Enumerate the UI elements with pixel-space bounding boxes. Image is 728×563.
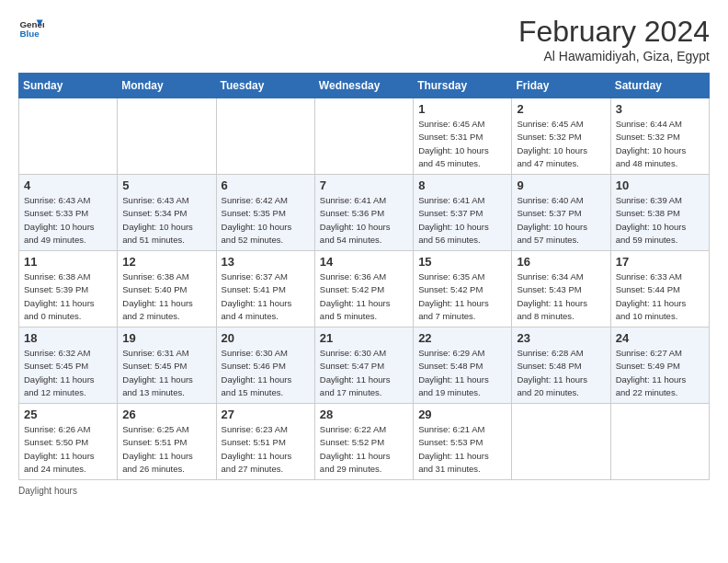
calendar-cell: 23Sunrise: 6:28 AM Sunset: 5:48 PM Dayli… (512, 327, 610, 404)
day-info: Sunrise: 6:27 AM Sunset: 5:49 PM Dayligh… (616, 347, 704, 399)
page: General Blue February 2024 Al Hawamidiya… (0, 0, 728, 505)
calendar-cell: 5Sunrise: 6:43 AM Sunset: 5:34 PM Daylig… (118, 175, 216, 251)
day-number: 24 (616, 331, 704, 345)
day-number: 6 (222, 178, 310, 192)
calendar-week-row: 4Sunrise: 6:43 AM Sunset: 5:33 PM Daylig… (19, 175, 710, 251)
calendar-cell: 26Sunrise: 6:25 AM Sunset: 5:51 PM Dayli… (118, 404, 216, 480)
day-info: Sunrise: 6:44 AM Sunset: 5:32 PM Dayligh… (616, 118, 704, 170)
day-info: Sunrise: 6:41 AM Sunset: 5:37 PM Dayligh… (418, 194, 506, 247)
day-info: Sunrise: 6:38 AM Sunset: 5:39 PM Dayligh… (24, 270, 112, 323)
day-number: 12 (122, 255, 210, 269)
day-info: Sunrise: 6:22 AM Sunset: 5:52 PM Dayligh… (320, 423, 408, 476)
location: Al Hawamidiyah, Giza, Egypt (518, 49, 710, 63)
day-number: 22 (418, 331, 506, 345)
calendar-cell: 29Sunrise: 6:21 AM Sunset: 5:53 PM Dayli… (414, 404, 512, 480)
weekday-header: Sunday (19, 74, 118, 98)
day-number: 10 (616, 178, 704, 192)
day-number: 28 (320, 408, 408, 421)
calendar-cell: 27Sunrise: 6:23 AM Sunset: 5:51 PM Dayli… (216, 404, 314, 480)
day-info: Sunrise: 6:30 AM Sunset: 5:46 PM Dayligh… (222, 347, 310, 399)
calendar-cell: 25Sunrise: 6:26 AM Sunset: 5:50 PM Dayli… (19, 404, 118, 480)
day-number: 19 (122, 331, 210, 345)
calendar-cell: 2Sunrise: 6:45 AM Sunset: 5:32 PM Daylig… (512, 98, 610, 175)
day-info: Sunrise: 6:32 AM Sunset: 5:45 PM Dayligh… (24, 347, 112, 399)
day-info: Sunrise: 6:37 AM Sunset: 5:41 PM Dayligh… (222, 270, 310, 323)
title-block: February 2024 Al Hawamidiyah, Giza, Egyp… (518, 15, 710, 63)
calendar-cell (314, 98, 413, 175)
calendar-cell: 19Sunrise: 6:31 AM Sunset: 5:45 PM Dayli… (118, 327, 216, 404)
calendar-cell: 20Sunrise: 6:30 AM Sunset: 5:46 PM Dayli… (216, 327, 314, 404)
calendar-cell: 13Sunrise: 6:37 AM Sunset: 5:41 PM Dayli… (216, 251, 314, 327)
calendar-week-row: 25Sunrise: 6:26 AM Sunset: 5:50 PM Dayli… (19, 404, 710, 480)
calendar-cell: 4Sunrise: 6:43 AM Sunset: 5:33 PM Daylig… (19, 175, 118, 251)
day-info: Sunrise: 6:40 AM Sunset: 5:37 PM Dayligh… (517, 194, 605, 247)
day-info: Sunrise: 6:21 AM Sunset: 5:53 PM Dayligh… (418, 423, 506, 476)
day-number: 5 (122, 178, 210, 192)
header: General Blue February 2024 Al Hawamidiya… (18, 15, 710, 63)
weekday-header: Tuesday (216, 74, 314, 98)
calendar-cell: 21Sunrise: 6:30 AM Sunset: 5:47 PM Dayli… (314, 327, 413, 404)
logo: General Blue (18, 15, 44, 40)
calendar-cell: 15Sunrise: 6:35 AM Sunset: 5:42 PM Dayli… (414, 251, 512, 327)
day-info: Sunrise: 6:38 AM Sunset: 5:40 PM Dayligh… (122, 270, 210, 323)
calendar-table: SundayMondayTuesdayWednesdayThursdayFrid… (18, 73, 710, 480)
calendar-cell: 3Sunrise: 6:44 AM Sunset: 5:32 PM Daylig… (610, 98, 709, 175)
day-info: Sunrise: 6:33 AM Sunset: 5:44 PM Dayligh… (616, 270, 704, 323)
day-number: 20 (222, 331, 310, 345)
calendar-cell: 1Sunrise: 6:45 AM Sunset: 5:31 PM Daylig… (414, 98, 512, 175)
day-info: Sunrise: 6:29 AM Sunset: 5:48 PM Dayligh… (418, 347, 506, 399)
svg-text:Blue: Blue (19, 29, 40, 39)
calendar-cell (216, 98, 314, 175)
day-number: 1 (418, 102, 506, 116)
calendar-cell: 8Sunrise: 6:41 AM Sunset: 5:37 PM Daylig… (414, 175, 512, 251)
calendar-cell: 7Sunrise: 6:41 AM Sunset: 5:36 PM Daylig… (314, 175, 413, 251)
day-info: Sunrise: 6:45 AM Sunset: 5:32 PM Dayligh… (517, 118, 605, 170)
footer-note: Daylight hours (18, 486, 710, 496)
day-number: 4 (24, 178, 112, 192)
day-number: 18 (24, 331, 112, 345)
day-number: 8 (418, 178, 506, 192)
day-info: Sunrise: 6:31 AM Sunset: 5:45 PM Dayligh… (122, 347, 210, 399)
calendar-cell: 12Sunrise: 6:38 AM Sunset: 5:40 PM Dayli… (118, 251, 216, 327)
day-info: Sunrise: 6:34 AM Sunset: 5:43 PM Dayligh… (517, 270, 605, 323)
calendar-cell (19, 98, 118, 175)
day-info: Sunrise: 6:42 AM Sunset: 5:35 PM Dayligh… (222, 194, 310, 247)
calendar-cell: 10Sunrise: 6:39 AM Sunset: 5:38 PM Dayli… (610, 175, 709, 251)
weekday-header: Thursday (414, 74, 512, 98)
calendar-cell: 18Sunrise: 6:32 AM Sunset: 5:45 PM Dayli… (19, 327, 118, 404)
day-number: 7 (320, 178, 408, 192)
calendar-cell: 11Sunrise: 6:38 AM Sunset: 5:39 PM Dayli… (19, 251, 118, 327)
header-row: SundayMondayTuesdayWednesdayThursdayFrid… (19, 74, 710, 98)
calendar-cell (610, 404, 709, 480)
month-title: February 2024 (518, 15, 710, 49)
day-info: Sunrise: 6:39 AM Sunset: 5:38 PM Dayligh… (616, 194, 704, 247)
day-number: 13 (222, 255, 310, 269)
day-number: 3 (616, 102, 704, 116)
day-info: Sunrise: 6:30 AM Sunset: 5:47 PM Dayligh… (320, 347, 408, 399)
calendar-cell: 22Sunrise: 6:29 AM Sunset: 5:48 PM Dayli… (414, 327, 512, 404)
day-info: Sunrise: 6:25 AM Sunset: 5:51 PM Dayligh… (122, 423, 210, 476)
calendar-cell: 9Sunrise: 6:40 AM Sunset: 5:37 PM Daylig… (512, 175, 610, 251)
day-number: 16 (517, 255, 605, 269)
day-info: Sunrise: 6:23 AM Sunset: 5:51 PM Dayligh… (222, 423, 310, 476)
weekday-header: Monday (118, 74, 216, 98)
logo-icon: General Blue (18, 15, 44, 40)
day-number: 27 (222, 408, 310, 421)
day-number: 2 (517, 102, 605, 116)
weekday-header: Saturday (610, 74, 709, 98)
calendar-cell (512, 404, 610, 480)
day-number: 29 (418, 408, 506, 421)
day-info: Sunrise: 6:28 AM Sunset: 5:48 PM Dayligh… (517, 347, 605, 399)
day-number: 15 (418, 255, 506, 269)
calendar-cell: 24Sunrise: 6:27 AM Sunset: 5:49 PM Dayli… (610, 327, 709, 404)
day-info: Sunrise: 6:35 AM Sunset: 5:42 PM Dayligh… (418, 270, 506, 323)
day-info: Sunrise: 6:41 AM Sunset: 5:36 PM Dayligh… (320, 194, 408, 247)
calendar-cell: 14Sunrise: 6:36 AM Sunset: 5:42 PM Dayli… (314, 251, 413, 327)
day-number: 11 (24, 255, 112, 269)
day-number: 26 (122, 408, 210, 421)
day-number: 25 (24, 408, 112, 421)
day-number: 21 (320, 331, 408, 345)
calendar-week-row: 1Sunrise: 6:45 AM Sunset: 5:31 PM Daylig… (19, 98, 710, 175)
calendar-cell: 16Sunrise: 6:34 AM Sunset: 5:43 PM Dayli… (512, 251, 610, 327)
weekday-header: Wednesday (314, 74, 413, 98)
